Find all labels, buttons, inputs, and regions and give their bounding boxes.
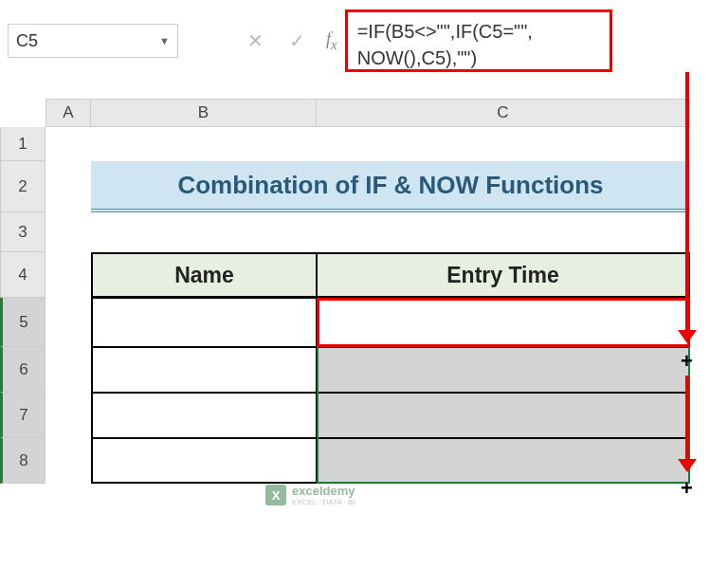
accept-formula-icon[interactable]: ✓ [284, 28, 309, 53]
annotation-arrow [685, 72, 689, 338]
row-header-3[interactable]: 3 [0, 212, 46, 252]
row-header-1[interactable]: 1 [0, 127, 46, 161]
cancel-formula-icon[interactable]: ✕ [243, 28, 267, 53]
name-box-value: C5 [16, 31, 38, 51]
row-header-6[interactable]: 6 [0, 347, 46, 393]
cell-b5[interactable] [91, 298, 317, 347]
cell-c5[interactable] [317, 298, 690, 347]
column-header-b[interactable]: B [91, 99, 317, 127]
row-header-5[interactable]: 5 [0, 298, 46, 347]
column-header-a[interactable]: A [46, 99, 91, 127]
row-header-7[interactable]: 7 [0, 393, 46, 438]
row-header-8[interactable]: 8 [0, 438, 46, 484]
table-header-name[interactable]: Name [91, 252, 317, 298]
fx-icon[interactable]: fx [326, 29, 337, 53]
fill-handle-icon: + [681, 476, 693, 501]
chevron-down-icon[interactable]: ▼ [159, 35, 170, 46]
watermark-tagline: EXCEL · DATA · BI [292, 498, 355, 506]
name-box[interactable]: C5 ▼ [8, 24, 178, 58]
annotation-arrow [685, 376, 689, 463]
cell-b8[interactable] [91, 438, 317, 484]
row-header-4[interactable]: 4 [0, 252, 46, 298]
cell-c8[interactable] [317, 438, 690, 484]
watermark-brand: exceldemy [292, 484, 355, 498]
cell-b6[interactable] [91, 347, 317, 393]
fill-handle-icon: + [681, 349, 693, 374]
arrow-down-icon [678, 459, 697, 472]
formula-text: =IF(B5<>"",IF(C5="", NOW(),C5),"") [357, 21, 533, 68]
logo-icon: X [265, 485, 286, 505]
table-header-entry-time[interactable]: Entry Time [317, 252, 690, 298]
cell-b7[interactable] [91, 393, 317, 438]
row-header-2[interactable]: 2 [0, 161, 46, 212]
watermark: X exceldemy EXCEL · DATA · BI [265, 484, 355, 506]
arrow-down-icon [678, 330, 697, 343]
formula-bar[interactable]: =IF(B5<>"",IF(C5="", NOW(),C5),"") [345, 9, 612, 72]
column-header-c[interactable]: C [317, 99, 690, 127]
cell-c6[interactable] [317, 347, 690, 393]
cell-c7[interactable] [317, 393, 690, 438]
page-title[interactable]: Combination of IF & NOW Functions [91, 161, 690, 212]
